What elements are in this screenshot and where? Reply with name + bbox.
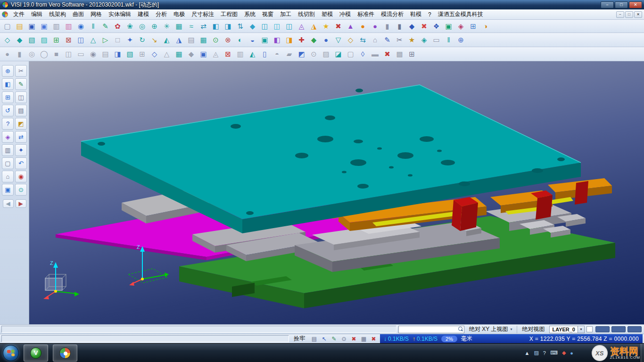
toolbar-icon[interactable]: ◑ [480,21,491,32]
toolbar-icon[interactable]: ● [357,21,368,32]
tray-icon[interactable]: ? [543,350,546,356]
toolbar-icon[interactable]: ◇ [345,34,356,45]
menu-item[interactable]: 潇洒五金模具科技 [435,9,487,19]
sidebar-tool-icon[interactable]: ↺ [2,105,14,116]
command-search-input[interactable] [399,327,457,332]
show-desktop-button[interactable] [641,344,644,362]
menu-item[interactable]: 模流分析 [378,9,407,19]
sidebar-tool-icon[interactable]: ◉ [15,171,27,182]
toolbar-icon[interactable]: ◉ [88,49,99,59]
toolbar-icon[interactable]: ↻ [137,34,148,45]
toolbar-icon[interactable]: ⊕ [149,21,160,32]
status-toggle-icon[interactable]: ✎ [330,335,339,343]
toolbar-icon[interactable]: ▦ [173,49,184,59]
sidebar-tool-icon[interactable]: ⊙ [15,184,27,196]
toolbar-icon[interactable]: ● [2,49,13,59]
toolbar-icon[interactable]: ▮ [394,21,405,32]
toolbar-icon[interactable]: ⊙ [308,49,319,59]
sidebar-tool-icon[interactable]: ◈ [2,131,14,143]
toolbar-icon[interactable]: ✳ [161,21,172,32]
toolbar-icon[interactable]: ◉ [75,21,86,32]
toolbar-icon[interactable]: ▢ [2,21,13,32]
toolbar-icon[interactable]: ⊞ [51,34,62,45]
toolbar-icon[interactable]: ▧ [124,49,135,59]
toolbar-icon[interactable]: ◈ [419,34,429,45]
workplane-selector[interactable]: 绝对 XY 上视图 ▾ [466,325,515,334]
menu-item[interactable]: 冲模 [336,9,354,19]
status-toggle-icon[interactable]: ✖ [369,335,378,343]
menu-item[interactable]: 网格 [87,9,105,19]
sidebar-tool-icon[interactable]: ◫ [15,91,27,103]
toolbar-icon[interactable]: ◯ [39,49,50,59]
status-toggle-icon[interactable]: ⊙ [339,335,348,343]
search-icon[interactable] [457,326,464,333]
toolbar-icon[interactable]: ◭ [161,34,172,45]
toolbar-icon[interactable]: ◆ [186,49,197,59]
toolbar-icon[interactable]: ★ [406,34,417,45]
sidebar-nav-arrow-icon[interactable]: ◀ [3,199,14,208]
close-button[interactable]: ✕ [629,1,642,8]
sidebar-tool-icon[interactable]: ◧ [2,78,14,90]
toolbar-icon[interactable]: ▰ [284,49,295,59]
toolbar-icon[interactable]: ▤ [186,34,197,45]
toolbar-icon[interactable]: ▤ [14,21,25,32]
sidebar-tool-icon[interactable]: ? [2,118,14,130]
color-swatch[interactable] [627,326,642,332]
toolbar-icon[interactable]: ▭ [431,34,442,45]
toolbar-icon[interactable]: ⇆ [357,34,368,45]
sidebar-tool-icon[interactable]: ▢ [2,157,14,169]
toolbar-icon[interactable]: ▭ [75,49,86,59]
mdi-window-button[interactable]: − [616,11,624,18]
toolbar-icon[interactable]: ▨ [321,49,331,59]
menu-item[interactable]: 曲面 [69,9,87,19]
sidebar-nav-arrow-icon[interactable]: ▶ [16,199,26,208]
toolbar-icon[interactable]: ◬ [296,21,307,32]
toolbar-icon[interactable]: ⊙ [210,34,221,45]
toolbar-icon[interactable]: ⊞ [406,49,417,59]
tray-icon[interactable]: ▲ [525,350,530,356]
toolbar-icon[interactable]: ▢ [345,49,356,59]
sidebar-tool-icon[interactable]: ⊕ [2,65,14,77]
toolbar-icon[interactable]: ▷ [100,34,111,45]
toolbar-icon[interactable]: ⊞ [137,49,148,59]
menu-item[interactable]: 线切割 [295,9,318,19]
status-toggle-icon[interactable]: ▦ [359,335,368,343]
toolbar-icon[interactable]: ▽ [333,34,344,45]
toolbar-icon[interactable]: ▣ [39,21,50,32]
toolbar-icon[interactable]: ▥ [51,21,62,32]
status-toggle-icon[interactable]: ↖ [320,335,329,343]
toolbar-icon[interactable]: ✂ [394,34,405,45]
menu-item[interactable]: 编辑 [28,9,46,19]
toolbar-icon[interactable]: ⊗ [223,34,233,45]
tray-icon[interactable]: ◆ [562,350,566,356]
toolbar-icon[interactable]: ◬ [210,49,221,59]
taskbar-visi-button[interactable]: V [24,345,48,362]
toolbar-icon[interactable]: ◎ [26,49,37,59]
toolbar-icon[interactable]: ▣ [259,34,270,45]
menu-item[interactable]: 系统 [241,9,259,19]
lock-label[interactable]: 拴牢 [294,335,305,343]
toolbar-icon[interactable]: ◮ [308,21,319,32]
chevron-down-icon[interactable]: ▾ [578,326,584,333]
toolbar-icon[interactable]: ✎ [100,21,111,32]
menu-item[interactable]: ? [425,10,435,19]
toolbar-icon[interactable]: ▮ [14,49,25,59]
toolbar-icon[interactable]: ◊ [357,49,368,59]
toolbar-icon[interactable]: ◒ [247,34,258,45]
sidebar-tool-icon[interactable]: ↶ [15,157,27,169]
view-selector[interactable]: 绝对视图 [519,325,547,334]
toolbar-icon[interactable]: ‖ [443,34,454,45]
viewport-3d[interactable]: Z Z [29,61,644,324]
toolbar-icon[interactable]: ▨ [39,34,50,45]
toolbar-icon[interactable]: ◩ [296,49,307,59]
sidebar-tool-icon[interactable]: ✎ [15,78,27,90]
menu-item[interactable]: 塑模 [318,9,336,19]
toolbar-icon[interactable]: ⌂ [370,34,380,45]
toolbar-icon[interactable]: ◭ [247,49,258,59]
toolbar-icon[interactable]: ▥ [235,49,246,59]
tray-icon[interactable]: ● [570,350,573,356]
toolbar-icon[interactable]: ▣ [26,21,37,32]
toolbar-icon[interactable]: ◫ [259,21,270,32]
toolbar-icon[interactable]: ⊞ [468,21,479,32]
toolbar-icon[interactable]: ⊕ [455,34,466,45]
